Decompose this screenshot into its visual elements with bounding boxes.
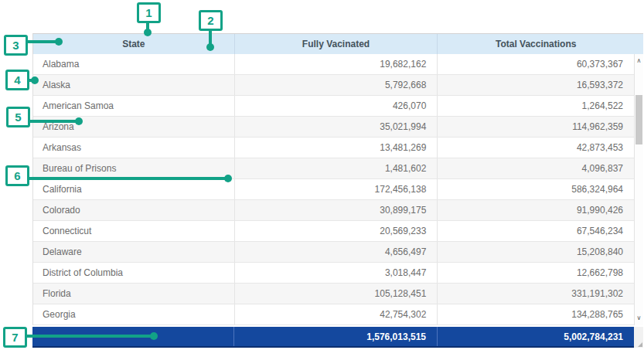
state-cell: Bureau of Prisons — [33, 158, 234, 178]
callout-2-dot — [206, 43, 214, 51]
table-row: Arkansas 13,481,269 42,873,453 — [33, 138, 634, 158]
callout-3: 3 — [4, 35, 28, 56]
callout-7-connector — [26, 335, 153, 338]
column-header-spacer — [634, 34, 643, 54]
callout-5-connector — [29, 120, 78, 123]
table-row: Connecticut 20,569,233 67,546,234 — [33, 221, 634, 242]
table-row: Bureau of Prisons 1,481,602 4,096,837 — [33, 158, 634, 179]
fully-vaccinated-cell: 426,070 — [234, 96, 438, 116]
state-cell: Arkansas — [33, 138, 234, 158]
state-cell: American Samoa — [33, 96, 234, 116]
state-cell: Connecticut — [33, 221, 234, 241]
column-header-state[interactable]: State — [33, 34, 234, 54]
total-vaccinations-cell: 1,264,522 — [437, 96, 634, 116]
annotated-table-screenshot: State Fully Vacinated Total Vaccinations… — [0, 0, 644, 350]
total-vaccinations-cell: 60,373,367 — [437, 54, 634, 74]
table-header-row: State Fully Vacinated Total Vaccinations — [32, 33, 643, 54]
fully-vaccinated-cell: 3,018,447 — [234, 263, 438, 283]
table-row: Georgia 42,754,302 134,288,765 — [33, 304, 634, 325]
total-vaccinations-cell: 16,593,372 — [437, 75, 634, 95]
state-cell: Alabama — [33, 54, 234, 74]
callout-6-connector — [28, 177, 227, 180]
callout-3-dot — [55, 38, 63, 46]
fully-vaccinated-cell: 19,682,162 — [234, 54, 438, 74]
table-row: Delaware 4,656,497 15,208,840 — [33, 242, 634, 263]
callout-6: 6 — [5, 165, 29, 186]
total-vaccinations-cell: 4,096,837 — [437, 158, 634, 178]
table-row: Colorado 30,899,175 91,990,426 — [33, 200, 634, 221]
table-row: Florida 105,128,451 331,191,302 — [33, 284, 634, 304]
fully-vaccinated-cell: 35,021,994 — [234, 117, 438, 137]
table-body: Alabama 19,682,162 60,373,367 Alaska 5,7… — [32, 54, 634, 325]
total-vaccinations-cell: 12,662,798 — [437, 263, 634, 283]
total-vaccinations-cell: 91,990,426 — [437, 200, 634, 220]
state-cell: Alaska — [33, 75, 234, 95]
callout-3-connector — [26, 40, 57, 43]
fully-vaccinated-cell: 5,792,668 — [234, 75, 438, 95]
callout-1-dot — [144, 29, 152, 36]
resize-grip-icon — [638, 342, 642, 347]
callout-2: 2 — [199, 10, 223, 31]
scroll-down-icon[interactable]: ∨ — [635, 313, 643, 324]
table-row: California 172,456,138 586,324,964 — [33, 179, 634, 200]
totals-fully-vaccinated-cell: 1,576,013,515 — [233, 327, 437, 346]
fully-vaccinated-cell: 30,899,175 — [234, 200, 438, 220]
fully-vaccinated-cell: 42,754,302 — [234, 304, 438, 325]
callout-5: 5 — [6, 107, 30, 127]
totals-total-vaccinations-cell: 5,002,784,231 — [437, 327, 634, 346]
state-cell: Delaware — [33, 242, 234, 262]
state-cell: California — [33, 179, 234, 199]
table-row: Alaska 5,792,668 16,593,372 — [33, 75, 634, 96]
fully-vaccinated-cell: 105,128,451 — [234, 284, 438, 304]
scrollbar-thumb[interactable] — [635, 95, 642, 144]
total-vaccinations-cell: 42,873,453 — [437, 138, 634, 158]
column-header-fully-vaccinated[interactable]: Fully Vacinated — [234, 34, 438, 54]
fully-vaccinated-cell: 4,656,497 — [234, 242, 438, 262]
total-vaccinations-cell: 114,962,359 — [437, 117, 634, 137]
total-vaccinations-cell: 134,288,765 — [437, 304, 634, 325]
table-row: Arizona 35,021,994 114,962,359 — [33, 117, 634, 138]
column-header-total-vaccinations[interactable]: Total Vaccinations — [437, 34, 634, 54]
scrollbar-corner — [634, 327, 643, 348]
callout-6-dot — [224, 175, 232, 182]
callout-7-dot — [150, 332, 158, 340]
total-vaccinations-cell: 67,546,234 — [437, 221, 634, 241]
fully-vaccinated-cell: 1,481,602 — [234, 158, 438, 178]
total-vaccinations-cell: 331,191,302 — [437, 284, 634, 304]
callout-5-dot — [75, 117, 83, 125]
scroll-up-icon[interactable]: ∧ — [635, 56, 643, 66]
table-row: Alabama 19,682,162 60,373,367 — [33, 54, 634, 75]
table-row: American Samoa 426,070 1,264,522 — [33, 96, 634, 117]
total-vaccinations-cell: 15,208,840 — [437, 242, 634, 262]
state-cell: Georgia — [33, 304, 234, 325]
callout-1: 1 — [137, 2, 161, 23]
fully-vaccinated-cell: 172,456,138 — [234, 179, 438, 199]
state-cell: Florida — [33, 284, 234, 304]
total-vaccinations-cell: 586,324,964 — [437, 179, 634, 199]
callout-2-connector — [209, 30, 212, 44]
callout-4-dot — [31, 76, 39, 84]
callout-4: 4 — [5, 70, 29, 90]
state-cell: Colorado — [33, 200, 234, 220]
fully-vaccinated-cell: 20,569,233 — [234, 221, 438, 241]
state-cell: District of Columbia — [33, 263, 234, 283]
table-row: District of Columbia 3,018,447 12,662,79… — [33, 263, 634, 284]
callout-7: 7 — [3, 327, 27, 348]
vertical-scrollbar[interactable]: ∧ ∨ — [634, 54, 643, 325]
fully-vaccinated-cell: 13,481,269 — [234, 138, 438, 158]
